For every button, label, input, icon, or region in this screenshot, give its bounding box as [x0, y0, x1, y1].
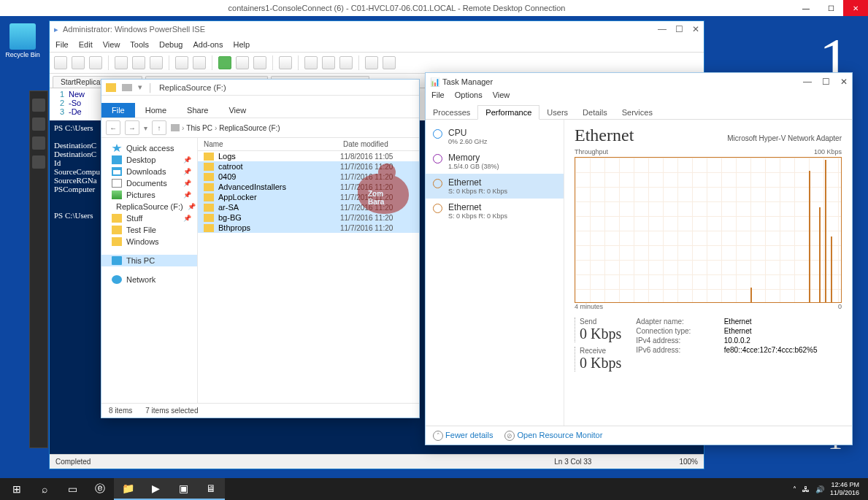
tm-maximize-button[interactable]: ☐ — [822, 77, 830, 87]
tm-tab-services[interactable]: Services — [615, 106, 660, 119]
paste-button[interactable] — [150, 56, 163, 69]
tm-menu-file[interactable]: File — [431, 91, 445, 104]
run-selection-button[interactable] — [236, 56, 249, 69]
ise-minimize-button[interactable]: — — [658, 24, 667, 34]
copy-button[interactable] — [132, 56, 145, 69]
ise-menu-tools[interactable]: Tools — [130, 40, 149, 49]
tm-tab-users[interactable]: Users — [539, 106, 575, 119]
hyperv-manager-strip[interactable] — [29, 91, 48, 448]
file-row[interactable]: catroot11/7/2016 11:20 — [198, 161, 419, 172]
tm-footer: ˄ Fewer details ⊘ Open Resource Monitor — [426, 426, 852, 445]
nav-item[interactable]: Documents📌 — [101, 177, 197, 189]
metric-cpu[interactable]: CPU0% 2.60 GHz — [426, 124, 564, 149]
file-row[interactable]: Logs11/8/2016 11:05 — [198, 151, 419, 161]
powershell-taskbar-icon[interactable]: ▶ — [142, 478, 169, 500]
ie-taskbar-icon[interactable]: ⓔ — [86, 478, 114, 500]
undo-button[interactable] — [175, 56, 188, 69]
column-date-header[interactable]: Date modified — [340, 138, 419, 150]
taskbar-clock[interactable]: 12:46 PM11/9/2016 — [830, 481, 859, 497]
tm-close-button[interactable]: ✕ — [840, 77, 848, 87]
explorer-file-list: Name Date modified Logs11/8/2016 11:05ca… — [198, 138, 419, 403]
ribbon-file-tab[interactable]: File — [101, 103, 135, 118]
metric-ring-icon — [433, 154, 442, 164]
breadcrumb[interactable]: › This PC › ReplicaSource (F:) — [171, 124, 280, 132]
nav-item[interactable]: Desktop📌 — [101, 154, 197, 166]
ribbon-tab-home[interactable]: Home — [135, 103, 177, 118]
cut-button[interactable] — [115, 56, 128, 69]
ise-menu-file[interactable]: File — [55, 40, 69, 49]
pane-button-3[interactable] — [339, 56, 353, 69]
tm-menu-options[interactable]: Options — [455, 91, 483, 104]
open-file-button[interactable] — [72, 56, 85, 69]
volume-tray-icon[interactable]: 🔊 — [815, 485, 824, 493]
tm-tab-performance[interactable]: Performance — [477, 105, 539, 120]
file-row[interactable]: bg-BG11/7/2016 11:20 — [198, 212, 419, 223]
system-tray[interactable]: ˄ 🖧 🔊 12:46 PM11/9/2016 — [793, 481, 865, 497]
send-rate: Send0 Kbps — [575, 318, 621, 342]
fewer-details-link[interactable]: ˄ Fewer details — [433, 431, 493, 441]
tm-title-bar[interactable]: 📊 Task Manager — ☐ ✕ — [426, 73, 852, 91]
nav-this-pc[interactable]: This PC — [101, 255, 197, 266]
open-resource-monitor-link[interactable]: ⊘ Open Resource Monitor — [504, 431, 602, 441]
file-row[interactable]: ar-SA11/7/2016 11:20 — [198, 202, 419, 212]
nav-item[interactable]: Stuff📌 — [101, 212, 197, 224]
back-button[interactable]: ← — [106, 120, 120, 135]
help-button[interactable] — [383, 56, 396, 69]
ise-menu-help[interactable]: Help — [233, 40, 250, 49]
ribbon-tab-view[interactable]: View — [218, 103, 256, 118]
explorer-taskbar-icon[interactable]: 📁 — [114, 478, 142, 500]
commands-button[interactable] — [365, 56, 378, 69]
folder-icon — [106, 83, 116, 92]
forward-button[interactable]: → — [125, 120, 139, 135]
ise-title-bar[interactable]: ▸ Administrator: Windows PowerShell ISE … — [50, 21, 704, 37]
file-row[interactable]: AppLocker11/7/2016 11:20 — [198, 192, 419, 202]
hyperv-taskbar-icon[interactable]: ▣ — [169, 478, 197, 500]
rdp-taskbar-icon[interactable]: 🖥 — [197, 478, 225, 500]
metric-ethernet[interactable]: EthernetS: 0 Kbps R: 0 Kbps — [426, 174, 564, 199]
column-name-header[interactable]: Name — [198, 138, 340, 150]
tm-tab-processes[interactable]: Processes — [426, 106, 477, 119]
nav-item[interactable]: Test File — [101, 224, 197, 236]
tm-tab-details[interactable]: Details — [575, 106, 615, 119]
nav-item[interactable]: Quick access — [101, 142, 197, 154]
file-row[interactable]: AdvancedInstallers11/7/2016 11:20 — [198, 182, 419, 192]
tm-minimize-button[interactable]: — — [803, 77, 812, 87]
run-script-button[interactable] — [218, 56, 231, 69]
redo-button[interactable] — [193, 56, 206, 69]
save-button[interactable] — [89, 56, 102, 69]
nav-item[interactable]: ReplicaSource (F:)📌 — [101, 201, 197, 212]
network-tray-icon[interactable]: 🖧 — [802, 485, 810, 493]
rdp-close-button[interactable]: ✕ — [843, 0, 868, 16]
ise-menu-debug[interactable]: Debug — [159, 40, 183, 49]
ise-close-button[interactable]: ✕ — [692, 24, 699, 34]
ise-maximize-button[interactable]: ☐ — [675, 24, 683, 34]
file-row[interactable]: 040911/7/2016 11:20 — [198, 172, 419, 182]
ribbon-tab-share[interactable]: Share — [177, 103, 218, 118]
search-button[interactable]: ⌕ — [31, 478, 58, 500]
metric-ethernet[interactable]: EthernetS: 0 Kbps R: 0 Kbps — [426, 199, 564, 223]
tm-menu-view[interactable]: View — [493, 91, 510, 104]
pane-button-2[interactable] — [322, 56, 335, 69]
rdp-maximize-button[interactable]: ☐ — [818, 0, 843, 16]
nav-item[interactable]: Downloads📌 — [101, 166, 197, 177]
file-row[interactable]: Bthprops11/7/2016 11:20 — [198, 223, 419, 233]
nav-item[interactable]: Windows — [101, 236, 197, 247]
tray-chevron-icon[interactable]: ˄ — [793, 485, 796, 493]
up-button[interactable]: ↑ — [152, 120, 166, 135]
ise-menu-add-ons[interactable]: Add-ons — [193, 40, 223, 49]
stop-button[interactable] — [253, 56, 266, 69]
nav-item[interactable]: Pictures📌 — [101, 189, 197, 201]
task-view-button[interactable]: ▭ — [58, 478, 86, 500]
remote-button[interactable] — [279, 56, 292, 69]
rdp-minimize-button[interactable]: — — [794, 0, 818, 16]
recent-dropdown[interactable]: ▾ — [144, 124, 147, 132]
recycle-bin-icon[interactable]: Recycle Bin — [4, 23, 41, 58]
ise-menu-edit[interactable]: Edit — [79, 40, 93, 49]
tm-adapter-label: Microsoft Hyper-V Network Adapter — [727, 134, 842, 142]
new-file-button[interactable] — [54, 56, 67, 69]
ise-menu-view[interactable]: View — [103, 40, 120, 49]
nav-network[interactable]: Network — [101, 274, 197, 285]
pane-button-1[interactable] — [304, 56, 318, 69]
metric-memory[interactable]: Memory1.5/4.0 GB (38%) — [426, 149, 564, 174]
start-button[interactable]: ⊞ — [3, 478, 31, 500]
